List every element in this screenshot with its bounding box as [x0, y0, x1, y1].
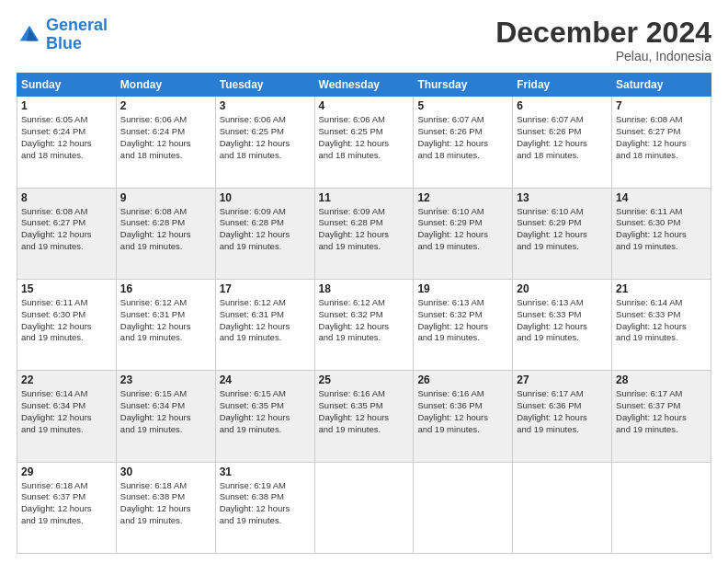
calendar-cell: 30Sunrise: 6:18 AM Sunset: 6:38 PM Dayli… [116, 462, 215, 553]
day-number: 26 [417, 373, 508, 386]
day-info: Sunrise: 6:11 AM Sunset: 6:30 PM Dayligh… [616, 206, 707, 253]
day-info: Sunrise: 6:12 AM Sunset: 6:31 PM Dayligh… [220, 297, 311, 344]
day-info: Sunrise: 6:10 AM Sunset: 6:29 PM Dayligh… [517, 206, 608, 253]
day-number: 13 [517, 191, 608, 204]
calendar-week-row-5: 29Sunrise: 6:18 AM Sunset: 6:37 PM Dayli… [17, 462, 711, 553]
day-number: 3 [220, 99, 311, 112]
day-number: 11 [319, 191, 410, 204]
calendar-cell: 23Sunrise: 6:15 AM Sunset: 6:34 PM Dayli… [116, 371, 215, 462]
header-sunday: Sunday [17, 74, 117, 97]
calendar-cell [314, 462, 414, 553]
day-info: Sunrise: 6:14 AM Sunset: 6:34 PM Dayligh… [21, 388, 112, 435]
calendar-cell: 3Sunrise: 6:06 AM Sunset: 6:25 PM Daylig… [215, 97, 314, 188]
day-number: 22 [21, 373, 112, 386]
calendar-cell: 4Sunrise: 6:06 AM Sunset: 6:25 PM Daylig… [314, 97, 414, 188]
day-number: 5 [417, 99, 508, 112]
day-info: Sunrise: 6:06 AM Sunset: 6:25 PM Dayligh… [319, 114, 410, 161]
day-info: Sunrise: 6:17 AM Sunset: 6:37 PM Dayligh… [616, 388, 707, 435]
day-number: 23 [120, 373, 211, 386]
day-number: 9 [120, 191, 211, 204]
calendar-cell: 2Sunrise: 6:06 AM Sunset: 6:24 PM Daylig… [116, 97, 215, 188]
calendar-cell: 27Sunrise: 6:17 AM Sunset: 6:36 PM Dayli… [513, 371, 612, 462]
logo-icon [17, 22, 42, 48]
day-info: Sunrise: 6:08 AM Sunset: 6:28 PM Dayligh… [120, 206, 211, 253]
day-info: Sunrise: 6:14 AM Sunset: 6:33 PM Dayligh… [616, 297, 707, 344]
day-number: 17 [220, 282, 311, 295]
day-number: 28 [616, 373, 707, 386]
day-info: Sunrise: 6:13 AM Sunset: 6:32 PM Dayligh… [417, 297, 508, 344]
title-area: December 2024 Pelau, Indonesia [495, 17, 711, 63]
day-number: 24 [220, 373, 311, 386]
calendar-cell: 15Sunrise: 6:11 AM Sunset: 6:30 PM Dayli… [17, 279, 117, 370]
calendar-cell [414, 462, 513, 553]
calendar-cell: 29Sunrise: 6:18 AM Sunset: 6:37 PM Dayli… [17, 462, 117, 553]
calendar-cell: 10Sunrise: 6:09 AM Sunset: 6:28 PM Dayli… [215, 188, 314, 279]
calendar-cell: 8Sunrise: 6:08 AM Sunset: 6:27 PM Daylig… [17, 188, 117, 279]
calendar-week-row-3: 15Sunrise: 6:11 AM Sunset: 6:30 PM Dayli… [17, 279, 711, 370]
day-number: 21 [616, 282, 707, 295]
day-info: Sunrise: 6:10 AM Sunset: 6:29 PM Dayligh… [417, 206, 508, 253]
calendar-cell: 18Sunrise: 6:12 AM Sunset: 6:32 PM Dayli… [314, 279, 414, 370]
calendar-cell: 6Sunrise: 6:07 AM Sunset: 6:26 PM Daylig… [513, 97, 612, 188]
logo-line2: Blue [46, 34, 82, 52]
day-number: 15 [21, 282, 112, 295]
calendar-cell: 24Sunrise: 6:15 AM Sunset: 6:35 PM Dayli… [215, 371, 314, 462]
day-number: 10 [220, 191, 311, 204]
day-info: Sunrise: 6:15 AM Sunset: 6:35 PM Dayligh… [220, 388, 311, 435]
day-info: Sunrise: 6:13 AM Sunset: 6:33 PM Dayligh… [517, 297, 608, 344]
calendar-cell: 1Sunrise: 6:05 AM Sunset: 6:24 PM Daylig… [17, 97, 117, 188]
day-number: 20 [517, 282, 608, 295]
day-info: Sunrise: 6:05 AM Sunset: 6:24 PM Dayligh… [21, 114, 112, 161]
day-number: 1 [21, 99, 112, 112]
calendar-week-row-4: 22Sunrise: 6:14 AM Sunset: 6:34 PM Dayli… [17, 371, 711, 462]
day-info: Sunrise: 6:06 AM Sunset: 6:24 PM Dayligh… [120, 114, 211, 161]
calendar-cell: 9Sunrise: 6:08 AM Sunset: 6:28 PM Daylig… [116, 188, 215, 279]
day-number: 27 [517, 373, 608, 386]
calendar-cell [612, 462, 711, 553]
day-info: Sunrise: 6:18 AM Sunset: 6:38 PM Dayligh… [120, 480, 211, 527]
calendar-cell: 12Sunrise: 6:10 AM Sunset: 6:29 PM Dayli… [414, 188, 513, 279]
day-number: 25 [319, 373, 410, 386]
day-info: Sunrise: 6:19 AM Sunset: 6:38 PM Dayligh… [220, 480, 311, 527]
header-thursday: Thursday [414, 74, 513, 97]
header-monday: Monday [116, 74, 215, 97]
calendar-cell: 5Sunrise: 6:07 AM Sunset: 6:26 PM Daylig… [414, 97, 513, 188]
calendar-cell: 21Sunrise: 6:14 AM Sunset: 6:33 PM Dayli… [612, 279, 711, 370]
day-number: 16 [120, 282, 211, 295]
logo-line1: General [46, 16, 108, 34]
day-info: Sunrise: 6:12 AM Sunset: 6:31 PM Dayligh… [120, 297, 211, 344]
day-number: 19 [417, 282, 508, 295]
header-wednesday: Wednesday [314, 74, 414, 97]
logo: General Blue [17, 17, 108, 53]
weekday-header-row: Sunday Monday Tuesday Wednesday Thursday… [17, 74, 711, 97]
calendar-cell: 26Sunrise: 6:16 AM Sunset: 6:36 PM Dayli… [414, 371, 513, 462]
page: General Blue December 2024 Pelau, Indone… [0, 0, 728, 563]
day-info: Sunrise: 6:06 AM Sunset: 6:25 PM Dayligh… [220, 114, 311, 161]
day-info: Sunrise: 6:07 AM Sunset: 6:26 PM Dayligh… [417, 114, 508, 161]
day-info: Sunrise: 6:17 AM Sunset: 6:36 PM Dayligh… [517, 388, 608, 435]
day-info: Sunrise: 6:11 AM Sunset: 6:30 PM Dayligh… [21, 297, 112, 344]
day-number: 14 [616, 191, 707, 204]
header-friday: Friday [513, 74, 612, 97]
day-number: 18 [319, 282, 410, 295]
month-title: December 2024 [495, 17, 711, 49]
calendar-cell: 13Sunrise: 6:10 AM Sunset: 6:29 PM Dayli… [513, 188, 612, 279]
day-info: Sunrise: 6:09 AM Sunset: 6:28 PM Dayligh… [319, 206, 410, 253]
logo-text: General Blue [46, 17, 108, 53]
calendar-cell: 17Sunrise: 6:12 AM Sunset: 6:31 PM Dayli… [215, 279, 314, 370]
day-info: Sunrise: 6:07 AM Sunset: 6:26 PM Dayligh… [517, 114, 608, 161]
day-number: 12 [417, 191, 508, 204]
day-number: 8 [21, 191, 112, 204]
day-number: 7 [616, 99, 707, 112]
day-info: Sunrise: 6:08 AM Sunset: 6:27 PM Dayligh… [616, 114, 707, 161]
day-info: Sunrise: 6:16 AM Sunset: 6:35 PM Dayligh… [319, 388, 410, 435]
day-info: Sunrise: 6:09 AM Sunset: 6:28 PM Dayligh… [220, 206, 311, 253]
calendar-cell: 11Sunrise: 6:09 AM Sunset: 6:28 PM Dayli… [314, 188, 414, 279]
header: General Blue December 2024 Pelau, Indone… [17, 17, 711, 63]
calendar-cell: 28Sunrise: 6:17 AM Sunset: 6:37 PM Dayli… [612, 371, 711, 462]
calendar-cell: 20Sunrise: 6:13 AM Sunset: 6:33 PM Dayli… [513, 279, 612, 370]
header-tuesday: Tuesday [215, 74, 314, 97]
day-number: 6 [517, 99, 608, 112]
day-info: Sunrise: 6:12 AM Sunset: 6:32 PM Dayligh… [319, 297, 410, 344]
calendar-cell: 7Sunrise: 6:08 AM Sunset: 6:27 PM Daylig… [612, 97, 711, 188]
